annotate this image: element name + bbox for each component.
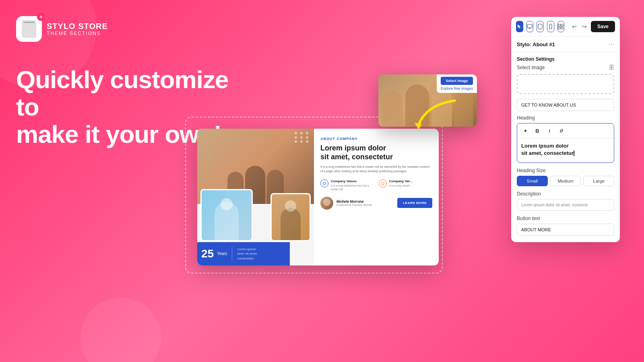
svg-point-7 — [550, 28, 551, 28]
panel-title: Stylo: About #1 — [517, 41, 555, 47]
svg-rect-9 — [561, 24, 563, 26]
years-number: 25 — [201, 248, 214, 259]
description-label: Description — [517, 191, 614, 197]
img-top-pattern — [295, 132, 311, 144]
description-input[interactable] — [517, 199, 614, 211]
undo-button[interactable]: ↩ — [571, 21, 578, 32]
feature-2-title: Company Val... — [389, 179, 412, 183]
cursor — [574, 150, 574, 156]
svg-rect-8 — [558, 24, 560, 26]
years-badge: 25 Years Lorem ipsumdolor sit amet,conse… — [197, 242, 290, 265]
panel-body: Select image 🗄 Heading ✦ B I Lor — [511, 64, 620, 242]
logo-page — [22, 20, 36, 38]
size-large-button[interactable]: Large — [583, 176, 614, 186]
tablet-view-icon[interactable] — [537, 21, 544, 32]
years-divider — [232, 247, 232, 261]
preview-description: It is a long established fact that a rea… — [320, 165, 432, 174]
logo-text: STYLO STORE THEME SECTIONS — [47, 22, 108, 36]
section-settings-label: Section Settings — [511, 52, 620, 64]
feature-1-desc: It is a long established fact that a rea… — [331, 184, 374, 191]
feature-2-text: Company Val... It is a long establi... — [389, 179, 412, 187]
feature-1-text: Company Values It is a long established … — [331, 179, 374, 191]
redo-button[interactable]: ↪ — [581, 21, 588, 32]
brand-tagline: THEME SECTIONS — [47, 31, 108, 36]
arrow-indicator — [415, 97, 467, 133]
person-avatar — [320, 197, 333, 210]
explore-free-images-link[interactable]: Explore free images — [441, 86, 473, 90]
img-bottom-left — [200, 189, 253, 241]
sparkle-tool[interactable]: ✦ — [520, 126, 530, 136]
rich-content[interactable]: Lorem ipsum dolorsit amet, consectetur — [517, 138, 614, 162]
learn-more-button[interactable]: LEARN MORE — [397, 198, 432, 208]
svg-rect-11 — [561, 27, 563, 29]
img-bottom-right — [270, 193, 311, 241]
person-row: Michele Morrone Chairman & Founder BeSof… — [320, 197, 432, 210]
save-button[interactable]: Save — [591, 21, 615, 32]
preview-card: 25 Years Lorem ipsumdolor sit amet,conse… — [197, 129, 439, 265]
person-name: Michele Morrone — [336, 200, 372, 204]
heading-size-label: Heading Size — [517, 168, 614, 173]
bold-tool[interactable]: B — [533, 126, 542, 136]
italic-tool[interactable]: I — [545, 126, 554, 136]
preview-area: 25 Years Lorem ipsumdolor sit amet,conse… — [185, 117, 443, 274]
desktop-view-icon[interactable] — [526, 21, 534, 32]
feature-1-title: Company Values — [331, 179, 374, 183]
feature-1-icon-inner — [323, 182, 326, 185]
feature-1: Company Values It is a long established … — [320, 179, 374, 191]
size-small-button[interactable]: Small — [517, 176, 548, 186]
select-image-label: Select image — [517, 65, 545, 70]
button-text-input[interactable] — [517, 224, 614, 236]
heading-label: Heading — [517, 115, 614, 121]
years-label: Years — [217, 251, 227, 256]
person-info: Michele Morrone Chairman & Founder BeSof… — [336, 200, 372, 206]
feature-1-icon — [320, 179, 328, 187]
preview-heading: Lorem ipsum dolorsit amet, consectetur — [320, 144, 432, 161]
svg-rect-10 — [558, 27, 560, 29]
brand-name: STYLO STORE — [47, 22, 108, 31]
image-upload-area[interactable] — [517, 74, 614, 94]
floating-image-overlay: Select image Explore free images — [437, 74, 477, 93]
preview-images: 25 Years Lorem ipsumdolor sit amet,conse… — [197, 129, 314, 265]
svg-rect-1 — [527, 25, 532, 28]
rich-toolbar: ✦ B I — [517, 123, 614, 138]
grid-view-icon[interactable] — [557, 21, 565, 32]
feature-2-icon-inner — [381, 182, 384, 185]
logo-area: STYLO STORE THEME SECTIONS — [16, 16, 242, 42]
svg-point-5 — [540, 28, 541, 29]
years-desc: Lorem ipsumdolor sit amet,consectetur — [237, 247, 257, 261]
size-medium-button[interactable]: Medium — [550, 176, 581, 186]
features-row: Company Values It is a long established … — [320, 179, 432, 191]
rich-text-editor: ✦ B I Lorem ipsum dolorsit amet, consect… — [517, 123, 614, 163]
settings-panel: ↩ ↪ Save Stylo: About #1 ··· Section Set… — [511, 17, 620, 242]
logo-icon — [16, 16, 42, 42]
person-role: Chairman & Founder BeSoft — [336, 204, 372, 206]
feature-2-icon — [379, 179, 387, 187]
panel-menu-icon[interactable]: ··· — [609, 41, 614, 48]
svg-marker-0 — [415, 123, 422, 130]
preview-content: ABOUT COMPANY Lorem ipsum dolorsit amet,… — [314, 129, 439, 265]
heading-size-buttons: Small Medium Large — [517, 176, 614, 186]
get-to-know-input[interactable] — [517, 99, 614, 111]
link-tool[interactable] — [557, 126, 566, 136]
mobile-view-icon[interactable] — [547, 21, 554, 32]
cursor-tool-icon[interactable] — [516, 21, 523, 32]
about-label: ABOUT COMPANY — [320, 137, 432, 141]
select-image-row: Select image 🗄 — [517, 64, 614, 71]
feature-2: Company Val... It is a long establi... — [379, 179, 432, 191]
panel-toolbar: ↩ ↪ Save — [511, 17, 620, 37]
database-icon: 🗄 — [609, 64, 614, 71]
button-text-label: Button text — [517, 216, 614, 221]
panel-header: Stylo: About #1 ··· — [511, 37, 620, 52]
headline-line1: Quickly customize to — [16, 66, 228, 121]
select-image-button[interactable]: Select image — [441, 77, 473, 85]
feature-2-desc: It is a long establi... — [389, 184, 412, 187]
